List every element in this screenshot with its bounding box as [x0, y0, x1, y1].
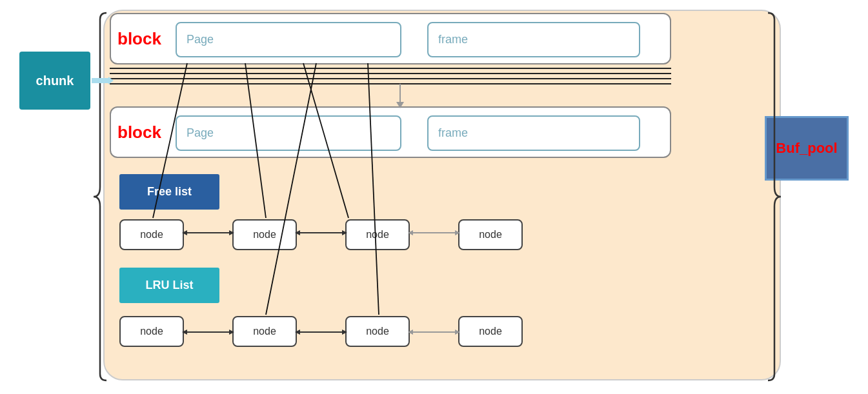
free-node-1: node [119, 219, 184, 250]
bufpool-box: Buf_pool [765, 116, 849, 181]
free-node-4: node [458, 219, 523, 250]
block1-page: Page [176, 22, 401, 57]
hline-2 [110, 73, 671, 74]
block2-frame: frame [427, 115, 640, 151]
lrulist-label: LRU List [146, 279, 194, 292]
freelist-label: Free list [147, 185, 192, 199]
freelist-box: Free list [119, 174, 219, 210]
lrulist-box: LRU List [119, 268, 219, 303]
hline-1 [110, 68, 671, 69]
bufpool-label: Buf_pool [776, 140, 837, 157]
lru-node-4: node [458, 316, 523, 347]
block-row-2: block Page frame [110, 106, 671, 158]
free-node-3: node [345, 219, 410, 250]
lru-node-2: node [232, 316, 297, 347]
block1-frame: frame [427, 22, 640, 57]
free-node-2: node [232, 219, 297, 250]
hlines [110, 68, 671, 88]
hline-3 [110, 78, 671, 79]
chunk-label: chunk [36, 74, 74, 88]
block2-page: Page [176, 115, 401, 151]
chunk-box: chunk [19, 52, 90, 110]
lru-node-1: node [119, 316, 184, 347]
hline-4 [110, 83, 671, 84]
block1-label: block [117, 29, 161, 49]
lru-node-3: node [345, 316, 410, 347]
block2-label: block [117, 123, 161, 143]
block-row-1: block Page frame [110, 13, 671, 64]
